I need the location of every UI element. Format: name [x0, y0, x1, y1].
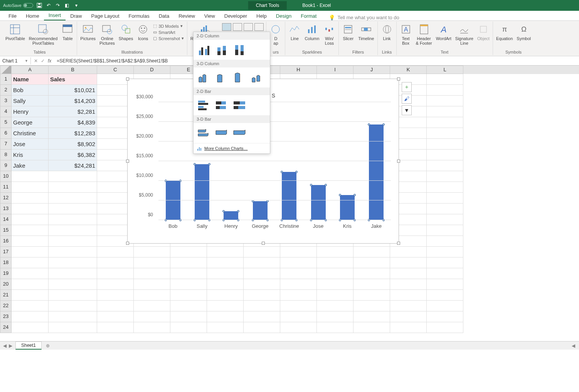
cell[interactable]	[170, 268, 207, 279]
autosave-toggle[interactable]: AutoSave	[3, 3, 33, 8]
screenshot-button[interactable]: ▢Screenshot ▾	[151, 35, 185, 41]
3dmap-button-partial[interactable]: D ap	[268, 22, 283, 46]
cell[interactable]	[49, 204, 97, 214]
cell[interactable]	[49, 214, 97, 225]
col-header-B[interactable]: B	[49, 66, 97, 74]
cell[interactable]	[49, 311, 97, 322]
bar-Sally[interactable]	[195, 164, 209, 220]
row-header-24[interactable]: 24	[0, 322, 12, 333]
100-stacked-bar-option[interactable]	[232, 98, 247, 112]
bar-George[interactable]	[253, 201, 268, 220]
cell[interactable]	[353, 311, 390, 322]
cell[interactable]	[12, 322, 49, 333]
row-header-19[interactable]: 19	[0, 268, 12, 279]
add-sheet-button[interactable]: ⊕	[44, 342, 52, 350]
cell[interactable]	[170, 247, 207, 257]
chart-elements-button[interactable]: ＋	[402, 82, 412, 92]
row-header-20[interactable]: 20	[0, 279, 12, 290]
cell[interactable]	[427, 322, 463, 333]
equation-button[interactable]: π Equation	[495, 22, 514, 42]
cell[interactable]	[12, 290, 49, 301]
3d-clustered-column-option[interactable]	[197, 71, 212, 84]
cell[interactable]	[317, 322, 353, 333]
clustered-column-option[interactable]	[197, 43, 212, 57]
worksheet-grid[interactable]: A B C D E F G H I J K L 1 Name Sales 2 B…	[0, 66, 579, 341]
table-button[interactable]: Table	[60, 22, 75, 42]
scroll-left-icon[interactable]: ◀	[568, 343, 579, 348]
cell[interactable]	[390, 322, 427, 333]
cell[interactable]	[427, 193, 463, 204]
row-header-22[interactable]: 22	[0, 301, 12, 311]
row-header-3[interactable]: 3	[0, 96, 12, 106]
cell[interactable]	[244, 247, 280, 257]
3d-models-button[interactable]: ⬚3D Models ▾	[151, 23, 185, 29]
cell[interactable]	[390, 311, 427, 322]
cell[interactable]	[12, 247, 49, 257]
timeline-button[interactable]: Timeline	[357, 22, 375, 42]
cell[interactable]	[207, 290, 244, 301]
100-stacked-column-option[interactable]	[232, 43, 247, 57]
cell[interactable]	[317, 279, 353, 290]
3d-100-stacked-bar-option[interactable]	[232, 126, 247, 140]
cell[interactable]	[427, 117, 463, 128]
cell[interactable]	[97, 279, 134, 290]
sparkline-column-button[interactable]: Column	[303, 22, 321, 42]
cell[interactable]	[207, 247, 244, 257]
bar-Christine[interactable]	[282, 172, 296, 220]
cell[interactable]	[280, 311, 317, 322]
cell[interactable]	[427, 74, 463, 85]
cell[interactable]	[427, 150, 463, 160]
cell[interactable]	[134, 290, 170, 301]
cell-A9[interactable]: Jake	[12, 160, 49, 171]
cell-B6[interactable]: $12,283	[49, 128, 97, 139]
3d-clustered-bar-option[interactable]	[197, 126, 212, 140]
enter-icon[interactable]: ✓	[41, 58, 45, 64]
smartart-button[interactable]: ▭SmartArt	[151, 29, 185, 35]
sparkline-winloss-button[interactable]: Win/ Loss	[321, 22, 337, 46]
row-header-12[interactable]: 12	[0, 193, 12, 204]
tab-help[interactable]: Help	[252, 12, 271, 20]
col-header-H[interactable]: H	[280, 66, 317, 74]
cell[interactable]	[427, 257, 463, 268]
chart-filter-button[interactable]: ▼	[402, 105, 412, 115]
cell[interactable]	[12, 257, 49, 268]
cell[interactable]	[49, 247, 97, 257]
3d-100-stacked-column-option[interactable]	[232, 71, 247, 84]
cell[interactable]	[427, 171, 463, 182]
cell[interactable]	[207, 257, 244, 268]
col-header-D[interactable]: D	[134, 66, 170, 74]
tab-view[interactable]: View	[200, 12, 220, 20]
col-header-L[interactable]: L	[427, 66, 463, 74]
row-header-2[interactable]: 2	[0, 85, 12, 96]
cell[interactable]	[390, 301, 427, 311]
cell[interactable]	[97, 257, 134, 268]
cell[interactable]	[427, 139, 463, 150]
cell[interactable]	[244, 301, 280, 311]
cell[interactable]	[12, 225, 49, 236]
maps-dropdown[interactable]	[254, 23, 264, 31]
cell[interactable]	[207, 322, 244, 333]
touch-mode-icon[interactable]: ◧	[64, 2, 70, 8]
tab-design[interactable]: Design	[271, 12, 296, 20]
cell[interactable]	[134, 257, 170, 268]
cell[interactable]	[207, 311, 244, 322]
3d-stacked-bar-option[interactable]	[214, 126, 230, 140]
bar-Jose[interactable]	[311, 185, 326, 220]
cell[interactable]	[12, 268, 49, 279]
tab-draw[interactable]: Draw	[66, 12, 86, 20]
cell-A2[interactable]: Bob	[12, 85, 49, 96]
cell[interactable]	[134, 268, 170, 279]
3d-column-option[interactable]	[250, 71, 265, 84]
cell[interactable]	[390, 279, 427, 290]
signature-line-button[interactable]: Signature Line	[454, 22, 475, 46]
row-header-4[interactable]: 4	[0, 106, 12, 117]
cell[interactable]	[244, 322, 280, 333]
col-header-J[interactable]: J	[353, 66, 390, 74]
cell[interactable]	[49, 225, 97, 236]
name-box[interactable]: Chart 1 ▼	[0, 57, 31, 64]
cell[interactable]	[97, 301, 134, 311]
cell[interactable]	[427, 268, 463, 279]
slicer-button[interactable]: Slicer	[340, 22, 356, 42]
cell[interactable]	[317, 268, 353, 279]
cell-B7[interactable]: $8,902	[49, 139, 97, 150]
